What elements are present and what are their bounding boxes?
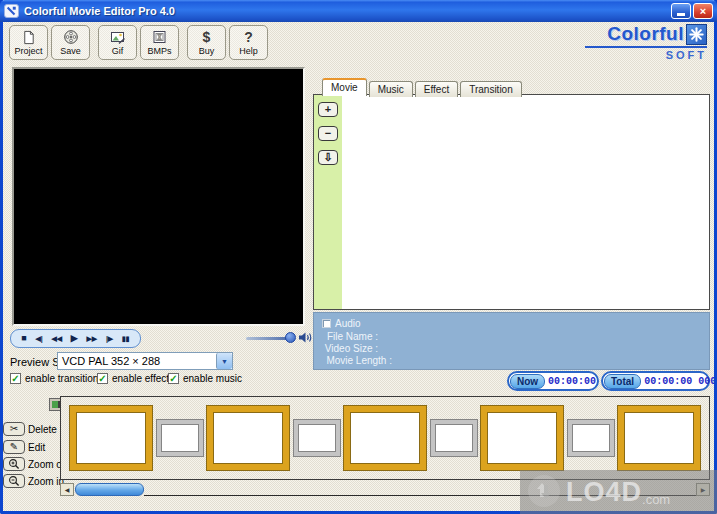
lo4d-logo-icon [526,473,562,511]
total-time-value: 00:00:00 000 [644,376,716,387]
titlebar: Colorful Movie Editor Pro 4.0 × [0,0,717,22]
filmstrip-frame[interactable] [157,420,203,456]
enable-effect-option: ✓ enable effect [97,373,169,384]
save-button-label: Save [60,46,81,56]
project-button-label: Project [14,46,42,56]
enable-music-checkbox[interactable]: ✓ [168,373,179,384]
scroll-left-button[interactable]: ◀ [60,483,74,496]
fast-forward-button[interactable]: ▶▶ [86,335,97,342]
edit-button[interactable]: ✎ [3,440,25,454]
step-back-button[interactable]: ◀| [35,335,42,342]
gif-button-label: Gif [112,46,124,56]
filmstrip-frame[interactable] [431,420,477,456]
picture-frame-icon [152,29,168,45]
now-button[interactable]: Now [510,374,545,389]
preview-size-dropdown[interactable]: VCD PAL 352 × 288 ▼ [57,352,233,370]
minus-icon: − [325,128,331,139]
enable-transitions-label: enable transitions [25,373,103,384]
total-time-group: Total 00:00:00 000 [601,371,710,391]
movie-length-label: Movie Length : [314,355,392,366]
volume-slider-thumb[interactable] [285,332,296,343]
enable-effect-label: enable effect [112,373,169,384]
total-button[interactable]: Total [604,374,641,389]
brand-logo: Colorful SOFT [585,23,707,61]
clip-list-area[interactable] [342,95,709,309]
filmstrip-frame[interactable] [207,406,289,470]
dollar-icon: $ [203,29,211,45]
film-reel-icon [63,29,79,45]
audio-checkbox[interactable] [322,319,331,328]
asterisk-icon [686,24,707,45]
chevron-down-icon[interactable]: ▼ [216,353,232,369]
audio-label: Audio [335,318,361,329]
zoom-in-button[interactable] [3,474,25,488]
question-icon: ? [244,29,253,45]
clip-info-panel: Audio File Name : Video Size : Movie Len… [313,312,710,370]
minimize-icon [677,13,685,16]
tab-effect[interactable]: Effect [415,81,458,97]
bmps-button-label: BMPs [147,46,171,56]
help-button[interactable]: ? Help [229,25,268,60]
step-forward-button[interactable]: |▶ [106,335,113,342]
now-time-group: Now 00:00:00 000 [507,371,599,391]
scrollbar-thumb[interactable] [75,483,144,496]
buy-button-label: Buy [199,46,215,56]
tab-transition[interactable]: Transition [460,81,522,97]
buy-button[interactable]: $ Buy [187,25,226,60]
bmps-button[interactable]: BMPs [140,25,179,60]
document-icon [21,29,36,45]
zoom-out-button[interactable] [3,457,25,471]
tab-strip: Movie Music Effect Transition [322,78,522,96]
down-arrow-icon: ⇩ [323,152,332,163]
brand-name: Colorful [607,23,684,45]
magnifier-plus-icon [8,458,20,470]
help-button-label: Help [239,46,258,56]
enable-transitions-option: ✓ enable transitions [10,373,103,384]
minimize-button[interactable] [671,3,691,19]
filmstrip-frame[interactable] [568,420,614,456]
move-down-button[interactable]: ⇩ [318,150,338,165]
brand-sub: SOFT [585,49,707,61]
add-clip-button[interactable]: + [318,102,338,117]
gif-button[interactable]: Gif [98,25,137,60]
magnifier-minus-icon [8,475,20,487]
tab-movie[interactable]: Movie [322,78,367,96]
lo4d-watermark: LO4D .com [520,470,717,514]
filmstrip-panel [60,396,710,480]
zoom-in-tool: Zoom in [3,474,64,488]
stop-button[interactable]: ■ [21,334,26,343]
watermark-suffix: .com [642,492,670,507]
delete-button[interactable]: ✂ [3,422,25,436]
filmstrip-frame[interactable] [294,420,340,456]
zoom-in-label: Zoom in [28,476,64,487]
watermark-text: LO4D [566,479,642,506]
enable-transitions-checkbox[interactable]: ✓ [10,373,21,384]
close-button[interactable]: × [693,3,713,19]
file-name-label: File Name : [314,331,378,342]
enable-music-label: enable music [183,373,242,384]
video-size-label: Video Size : [314,343,378,354]
enable-music-option: ✓ enable music [168,373,242,384]
save-button[interactable]: Save [51,25,90,60]
filmstrip-frame[interactable] [70,406,152,470]
clip-toolbar: + − ⇩ [314,95,342,309]
filmstrip-frame[interactable] [344,406,426,470]
app-window: Colorful Movie Editor Pro 4.0 × Project … [0,0,717,514]
rewind-button[interactable]: ◀◀ [51,335,62,342]
tab-music[interactable]: Music [369,81,413,97]
project-button[interactable]: Project [9,25,48,60]
plus-icon: + [325,104,331,115]
edit-tool: ✎ Edit [3,440,45,454]
remove-clip-button[interactable]: − [318,126,338,141]
filmstrip-frame[interactable] [618,406,700,470]
clip-list-panel: + − ⇩ [313,94,710,310]
filmstrip-frame[interactable] [481,406,563,470]
preview-size-value: VCD PAL 352 × 288 [58,355,216,367]
window-title: Colorful Movie Editor Pro 4.0 [24,5,669,17]
toolbar: Project Save Gif BMPs $ Buy ? Help [9,25,268,60]
edit-label: Edit [28,442,45,453]
play-button[interactable]: ▶ [71,334,78,343]
pause-button[interactable]: ▮▮ [122,335,130,342]
enable-effect-checkbox[interactable]: ✓ [97,373,108,384]
scissors-icon: ✂ [10,424,18,434]
